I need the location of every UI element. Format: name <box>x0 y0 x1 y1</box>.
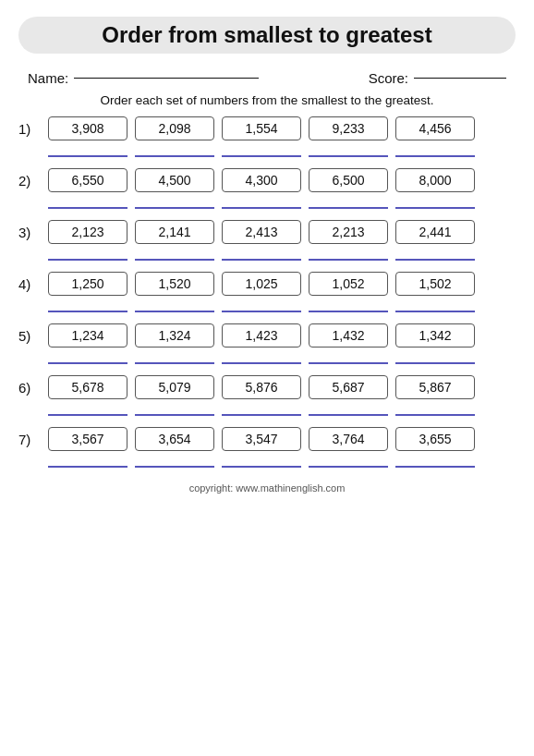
answer-line-2-1[interactable] <box>48 196 127 209</box>
numbers-row-7: 3,5673,6543,5473,7643,655 <box>48 427 516 451</box>
number-box-2-2: 4,500 <box>135 168 214 192</box>
numbers-row-4: 1,2501,5201,0251,0521,502 <box>48 272 516 296</box>
number-box-2-1: 6,550 <box>48 168 127 192</box>
name-field: Name: <box>28 70 259 86</box>
problem-row-2: 2)6,5504,5004,3006,5008,000 <box>18 168 516 192</box>
score-line <box>414 78 506 79</box>
number-box-6-2: 5,079 <box>135 375 214 399</box>
answer-lines-4 <box>48 299 516 312</box>
number-box-7-2: 3,654 <box>135 427 214 451</box>
answer-line-2-3[interactable] <box>222 196 301 209</box>
number-box-4-4: 1,052 <box>309 272 388 296</box>
answer-line-2-4[interactable] <box>309 196 388 209</box>
problem-section-5: 5)1,2341,3241,4231,4321,342 <box>18 323 516 364</box>
answer-line-5-5[interactable] <box>395 351 475 364</box>
instruction-text: Order each set of numbers from the small… <box>18 93 516 107</box>
problem-section-4: 4)1,2501,5201,0251,0521,502 <box>18 272 516 312</box>
answer-line-6-4[interactable] <box>309 403 388 416</box>
problem-section-6: 6)5,6785,0795,8765,6875,867 <box>18 375 516 416</box>
answer-row-5 <box>18 351 516 364</box>
problem-number-1: 1) <box>18 121 48 137</box>
numbers-row-6: 5,6785,0795,8765,6875,867 <box>48 375 516 399</box>
problem-row-5: 5)1,2341,3241,4231,4321,342 <box>18 323 516 348</box>
answer-line-6-3[interactable] <box>222 403 301 416</box>
score-field: Score: <box>369 70 506 86</box>
answer-line-1-1[interactable] <box>48 144 127 157</box>
answer-line-5-1[interactable] <box>48 351 127 364</box>
problem-section-3: 3)2,1232,1412,4132,2132,441 <box>18 220 516 261</box>
number-box-4-3: 1,025 <box>222 272 301 296</box>
name-line <box>74 78 259 79</box>
answer-line-4-3[interactable] <box>222 299 301 312</box>
answer-line-2-5[interactable] <box>395 196 475 209</box>
answer-lines-7 <box>48 455 516 468</box>
problem-row-7: 7)3,5673,6543,5473,7643,655 <box>18 427 516 451</box>
answer-line-1-5[interactable] <box>395 144 475 157</box>
number-box-1-1: 3,908 <box>48 116 127 140</box>
answer-row-6 <box>18 403 516 416</box>
number-box-1-4: 9,233 <box>309 116 388 140</box>
numbers-row-1: 3,9082,0981,5549,2334,456 <box>48 116 516 140</box>
problem-row-6: 6)5,6785,0795,8765,6875,867 <box>18 375 516 399</box>
problems-container: 1)3,9082,0981,5549,2334,4562)6,5504,5004… <box>18 116 516 468</box>
number-box-7-1: 3,567 <box>48 427 127 451</box>
answer-line-3-1[interactable] <box>48 248 127 261</box>
answer-line-4-4[interactable] <box>309 299 388 312</box>
answer-line-6-5[interactable] <box>395 403 475 416</box>
answer-line-5-2[interactable] <box>135 351 214 364</box>
answer-line-1-4[interactable] <box>309 144 388 157</box>
number-box-2-3: 4,300 <box>222 168 301 192</box>
number-box-6-3: 5,876 <box>222 375 301 399</box>
answer-line-7-1[interactable] <box>48 455 127 468</box>
answer-line-5-4[interactable] <box>309 351 388 364</box>
answer-line-7-3[interactable] <box>222 455 301 468</box>
answer-lines-2 <box>48 196 516 209</box>
problem-number-7: 7) <box>18 432 48 447</box>
number-box-7-5: 3,655 <box>395 427 475 451</box>
answer-line-4-2[interactable] <box>135 299 214 312</box>
answer-line-4-1[interactable] <box>48 299 127 312</box>
number-box-3-2: 2,141 <box>135 220 214 244</box>
answer-line-3-4[interactable] <box>309 248 388 261</box>
copyright-text: copyright: www.mathinenglish.com <box>18 482 516 494</box>
answer-line-6-2[interactable] <box>135 403 214 416</box>
number-box-7-4: 3,764 <box>309 427 388 451</box>
answer-line-7-5[interactable] <box>395 455 475 468</box>
answer-line-3-3[interactable] <box>222 248 301 261</box>
problem-number-6: 6) <box>18 380 48 396</box>
number-box-4-1: 1,250 <box>48 272 127 296</box>
number-box-2-5: 8,000 <box>395 168 475 192</box>
numbers-row-2: 6,5504,5004,3006,5008,000 <box>48 168 516 192</box>
answer-row-4 <box>18 299 516 312</box>
number-box-3-5: 2,441 <box>395 220 475 244</box>
number-box-5-3: 1,423 <box>222 323 301 348</box>
problem-number-3: 3) <box>18 225 48 240</box>
problem-number-5: 5) <box>18 328 48 344</box>
numbers-row-3: 2,1232,1412,4132,2132,441 <box>48 220 516 244</box>
problem-section-2: 2)6,5504,5004,3006,5008,000 <box>18 168 516 209</box>
number-box-3-4: 2,213 <box>309 220 388 244</box>
answer-line-3-5[interactable] <box>395 248 475 261</box>
number-box-5-1: 1,234 <box>48 323 127 348</box>
answer-line-7-2[interactable] <box>135 455 214 468</box>
answer-lines-3 <box>48 248 516 261</box>
answer-line-1-3[interactable] <box>222 144 301 157</box>
number-box-6-4: 5,687 <box>309 375 388 399</box>
answer-line-5-3[interactable] <box>222 351 301 364</box>
number-box-1-2: 2,098 <box>135 116 214 140</box>
number-box-7-3: 3,547 <box>222 427 301 451</box>
number-box-6-1: 5,678 <box>48 375 127 399</box>
answer-lines-6 <box>48 403 516 416</box>
problem-number-4: 4) <box>18 276 48 292</box>
page-title: Order from smallest to greatest <box>18 17 516 54</box>
answer-line-1-2[interactable] <box>135 144 214 157</box>
answer-line-3-2[interactable] <box>135 248 214 261</box>
answer-lines-5 <box>48 351 516 364</box>
answer-line-2-2[interactable] <box>135 196 214 209</box>
answer-line-7-4[interactable] <box>309 455 388 468</box>
answer-line-4-5[interactable] <box>395 299 475 312</box>
number-box-3-1: 2,123 <box>48 220 127 244</box>
number-box-4-5: 1,502 <box>395 272 475 296</box>
numbers-row-5: 1,2341,3241,4231,4321,342 <box>48 323 516 348</box>
answer-line-6-1[interactable] <box>48 403 127 416</box>
